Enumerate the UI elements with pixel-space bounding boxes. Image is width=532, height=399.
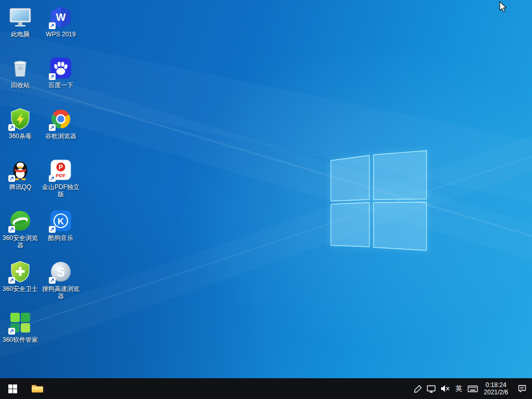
desktop-icon-this-pc[interactable]: 此电脑 <box>0 5 41 38</box>
desktop-icon-tencent-qq[interactable]: 腾讯QQ <box>0 158 41 191</box>
desktop-icon-360-antivirus[interactable]: 360杀毒 <box>0 107 41 140</box>
windows-start-icon <box>8 384 17 393</box>
desktop-icon-label: WPS 2019 <box>46 31 75 38</box>
start-button[interactable] <box>0 378 25 399</box>
desktop-icon-label: 360杀毒 <box>9 132 32 140</box>
pdf-logo-letter: P <box>59 164 63 171</box>
desktop-icon-360-software-manager[interactable]: 360软件管家 <box>0 311 41 343</box>
desktop-icon-google-chrome[interactable]: 谷歌浏览器 <box>41 107 81 140</box>
shield-plus-icon <box>8 260 32 284</box>
desktop-icon-kingsoft-pdf[interactable]: P PDF 金山PDF独立版 <box>41 158 81 198</box>
kugou-logo-letter: K <box>58 217 64 227</box>
clock-time: 0:18:24 <box>486 381 507 389</box>
desktop-icon-label: 搜狗高速浏览器 <box>41 285 81 300</box>
windows-ink-pen-icon[interactable] <box>411 378 424 399</box>
desktop-icon-label: 谷歌浏览器 <box>45 132 76 140</box>
green-tiles-icon <box>8 311 32 335</box>
folder-icon <box>31 382 44 395</box>
desktop-wallpaper[interactable]: 此电脑 W WPS 2019 回收站 <box>0 0 532 378</box>
action-center-icon[interactable] <box>512 378 532 399</box>
desktop-icon-recycle-bin[interactable]: 回收站 <box>0 56 41 89</box>
shield-lightning-icon <box>8 107 32 131</box>
mouse-cursor <box>499 1 509 16</box>
desktop-icon-sogou-browser[interactable]: S 搜狗高速浏览器 <box>41 260 81 300</box>
kugou-icon: K <box>49 209 73 233</box>
desktop-icon-label: 腾讯QQ <box>9 183 32 191</box>
green-globe-icon <box>8 209 32 233</box>
desktop-icon-label: 回收站 <box>11 82 30 89</box>
desktop-icon-label: 百度一下 <box>48 82 73 89</box>
file-explorer-button[interactable] <box>25 378 50 399</box>
desktop-icon-baidu-search[interactable]: 百度一下 <box>41 56 81 89</box>
desktop-icon-360-safe-guard[interactable]: 360安全卫士 <box>0 260 41 292</box>
recycle-bin-icon <box>8 56 32 80</box>
wps-2019-icon: W <box>49 5 73 29</box>
desktop-icon-label: 金山PDF独立版 <box>41 183 81 198</box>
desktop-icon-label: 360安全卫士 <box>3 285 38 292</box>
pdf-logo-text: PDF <box>56 172 66 178</box>
shortcut-arrow-icon <box>8 277 15 284</box>
desktop-icon-label: 360软件管家 <box>3 336 38 343</box>
shortcut-arrow-icon <box>49 175 56 182</box>
shortcut-arrow-icon <box>8 328 15 335</box>
ime-language-indicator[interactable]: 英 <box>451 378 466 399</box>
sogou-logo-letter: S <box>57 265 64 279</box>
taskbar: 英 0:18:24 2021/2/6 <box>0 378 532 399</box>
shortcut-arrow-icon <box>8 226 15 233</box>
sogou-sphere-icon: S <box>49 260 73 284</box>
taskbar-clock[interactable]: 0:18:24 2021/2/6 <box>480 378 512 399</box>
shortcut-arrow-icon <box>8 175 15 182</box>
qq-penguin-icon <box>8 158 32 182</box>
desktop-icon-360-secure-browser[interactable]: 360安全浏览器 <box>0 209 41 249</box>
network-icon[interactable] <box>424 378 438 399</box>
pdf-icon: P PDF <box>49 158 73 182</box>
desktop-icon-label: 360安全浏览器 <box>1 234 40 249</box>
volume-muted-icon[interactable] <box>438 378 451 399</box>
baidu-paw-icon <box>49 56 73 80</box>
clock-date: 2021/2/6 <box>484 389 508 396</box>
desktop-icon-label: 此电脑 <box>11 31 30 38</box>
shortcut-arrow-icon <box>8 124 15 131</box>
wps-logo-letter: W <box>56 11 66 23</box>
touch-keyboard-icon[interactable] <box>466 378 480 399</box>
desktop-icon-label: 酷狗音乐 <box>48 234 73 242</box>
shortcut-arrow-icon <box>49 226 56 233</box>
shortcut-arrow-icon <box>49 124 56 131</box>
shortcut-arrow-icon <box>49 22 56 29</box>
desktop-icon-kugou-music[interactable]: K 酷狗音乐 <box>41 209 81 242</box>
this-pc-icon <box>8 5 32 29</box>
chrome-icon <box>49 107 73 131</box>
windows-logo-wallpaper <box>326 147 430 255</box>
shortcut-arrow-icon <box>49 73 56 80</box>
desktop-icon-wps-2019[interactable]: W WPS 2019 <box>41 5 81 38</box>
shortcut-arrow-icon <box>49 277 56 284</box>
